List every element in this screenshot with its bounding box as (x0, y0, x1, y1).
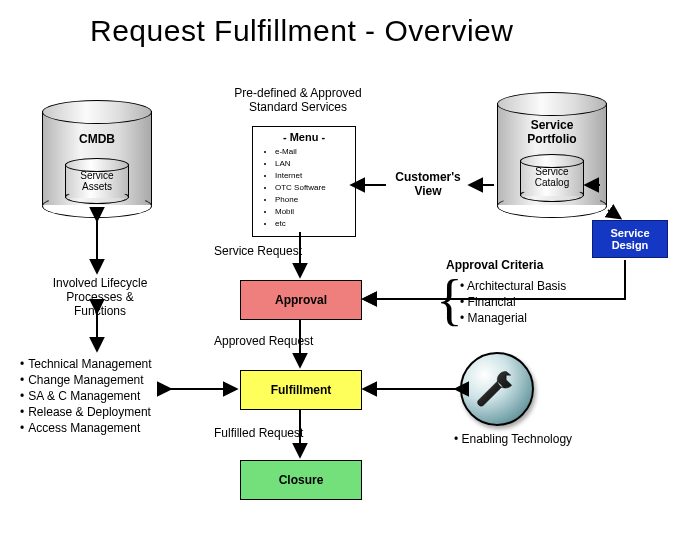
enabling-tech-label: • Enabling Technology (454, 432, 572, 446)
criteria-item: Financial (460, 294, 566, 310)
process-item: Change Management (20, 372, 152, 388)
menu-item: OTC Software (275, 182, 347, 194)
approval-box: Approval (240, 280, 362, 320)
closure-box: Closure (240, 460, 362, 500)
menu-heading: Pre-defined & Approved Standard Services (218, 86, 378, 114)
fulfillment-box: Fulfillment (240, 370, 362, 410)
portfolio-label: Service Portfolio (497, 118, 607, 146)
menu-item: LAN (275, 158, 347, 170)
cmdb-label: CMDB (42, 132, 152, 146)
menu-box: - Menu - e-MailLANInternetOTC SoftwarePh… (252, 126, 356, 237)
svg-line-11 (608, 210, 620, 218)
cmdb-inner-label: Service Assets (65, 170, 129, 192)
cmdb-cylinder: CMDB Service Assets (42, 100, 152, 210)
processes-list: Technical ManagementChange ManagementSA … (20, 356, 152, 436)
process-item: Technical Management (20, 356, 152, 372)
approval-criteria-list: Architectural BasisFinancialManagerial (460, 278, 566, 326)
page-title: Request Fulfillment - Overview (90, 14, 513, 48)
wrench-icon (474, 366, 520, 412)
fulfilled-request-label: Fulfilled Request (214, 426, 303, 440)
menu-item: etc (275, 218, 347, 230)
portfolio-cylinder: Service Portfolio Service Catalog (497, 92, 607, 210)
portfolio-inner-label: Service Catalog (520, 166, 584, 188)
menu-list: e-MailLANInternetOTC SoftwarePhoneMobile… (261, 146, 347, 230)
menu-title: - Menu - (261, 131, 347, 143)
enabling-tech-sphere (460, 352, 534, 426)
lifecycle-label: Involved Lifecycle Processes & Functions (40, 276, 160, 318)
process-item: Release & Deployment (20, 404, 152, 420)
brace-icon: { (436, 272, 463, 328)
customers-view-label: Customer's View (388, 170, 468, 198)
process-item: SA & C Management (20, 388, 152, 404)
criteria-item: Managerial (460, 310, 566, 326)
menu-item: Phone (275, 194, 347, 206)
service-design-box: Service Design (592, 220, 668, 258)
service-request-label: Service Request (214, 244, 302, 258)
menu-item: e-Mail (275, 146, 347, 158)
approved-request-label: Approved Request (214, 334, 313, 348)
criteria-item: Architectural Basis (460, 278, 566, 294)
process-item: Access Management (20, 420, 152, 436)
menu-item: Internet (275, 170, 347, 182)
menu-item: Mobil (275, 206, 347, 218)
